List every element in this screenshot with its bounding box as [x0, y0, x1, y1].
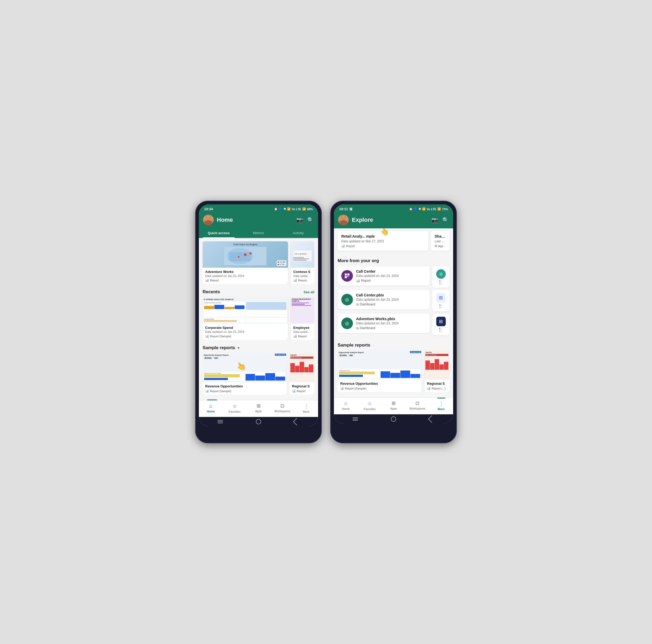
nav-more-2[interactable]: ⋮ More — [429, 399, 453, 412]
corporate-spend-card[interactable]: IT SPEND ANALYSIS SAMPLE Actual and Plan… — [202, 297, 288, 340]
status-bar-1: 10:34 ⏰ 🔵 ✖ 📶 Vo LTE 📶 68% — [199, 204, 318, 213]
adventure-works-info: Adventure Works Data updated on Jan 23, … — [202, 268, 288, 284]
report-icon-2: 📊 — [293, 279, 297, 282]
avatar-2 — [338, 215, 349, 225]
see-all-button[interactable]: See all — [304, 290, 315, 294]
adventure-works-pbix-row: ◎ Adventure Works.pbix Data updated on J… — [337, 313, 450, 335]
adventure-works-card[interactable]: Total Sales by Region — [202, 241, 288, 284]
adventure-works-type: 📊 Report — [205, 279, 286, 282]
sharing-date: Last publi... — [435, 240, 446, 243]
recents-hardware-btn-2[interactable] — [353, 417, 358, 421]
header-icons-2: 📷 🔍 — [432, 217, 449, 223]
apps-icon-1: ⊞ — [256, 403, 261, 409]
regional-title-2: Regional S — [427, 382, 447, 386]
search-icon-1[interactable]: 🔍 — [307, 217, 314, 223]
report-icon-3: 📊 — [205, 334, 209, 338]
more-icon-2: ⋮ — [439, 400, 444, 407]
sharing-type: ⊞ App — [435, 244, 446, 248]
nav-favorites-1[interactable]: ☆ Favorites — [223, 402, 246, 414]
phone-2: 10:11 🖼 ⏰ 🔵 ✖ 📶 Vo LTE 📶 73% — [330, 201, 457, 443]
call-center-pbix-type: ◎ Dashboard — [356, 303, 426, 306]
nav-favorites-2[interactable]: ☆ Favorites — [358, 399, 381, 412]
nav-workspaces-1[interactable]: ⊡ Workspaces — [270, 402, 294, 414]
tab-metrics[interactable]: Metrics — [239, 228, 278, 237]
corporate-spend-info: Corporate Spend Data updated on Jan 23, … — [202, 324, 288, 340]
retail-analysis-card[interactable]: 👆 Retail Analy... mple Data updated on M… — [337, 231, 428, 251]
regional-card[interactable]: SALES Sales Overview — [289, 353, 315, 395]
contoso-card[interactable]: Ask a question Contoso S Data updat... — [291, 241, 315, 284]
recents-hardware-btn[interactable] — [218, 420, 223, 423]
battery-2: 73% — [442, 207, 448, 211]
sample-reports-section: Sample reports ▼ 👆 Opportunity Analysis … — [199, 342, 318, 397]
home-hardware-btn[interactable] — [256, 419, 261, 424]
svg-rect-10 — [293, 260, 306, 260]
svg-rect-8 — [293, 257, 304, 258]
time-1: 10:34 — [204, 207, 213, 211]
tab-activity[interactable]: Activity — [278, 228, 318, 237]
sharing-app-card[interactable]: Sharing ap... Last publi... ⊞ App — [431, 231, 450, 251]
favorites-icon-1: ☆ — [233, 403, 237, 409]
call-center-title: Call Center — [356, 269, 426, 274]
svg-rect-11 — [345, 274, 347, 276]
app-icon: ⊞ — [435, 244, 437, 248]
bottom-nav-1: ⌂ Home ☆ Favorites ⊞ Apps ⊡ Workspaces ⋮… — [199, 400, 318, 417]
quick-access-section: Total Sales by Region — [199, 238, 318, 286]
right-card-1[interactable]: ◎ C... D... — [432, 266, 450, 288]
svg-rect-2 — [229, 252, 250, 261]
content-1: Total Sales by Region — [199, 238, 318, 400]
revenue-opportunities-card-2[interactable]: Opportunity Analysis Report $1.97bn 444 … — [337, 351, 422, 392]
adventure-works-preview: Total Sales by Region — [202, 241, 288, 268]
svg-rect-6 — [293, 251, 312, 261]
svg-text:Ask a question: Ask a question — [295, 253, 307, 255]
nav-home-2[interactable]: ⌂ Home — [334, 399, 358, 412]
search-icon-2[interactable]: 🔍 — [442, 217, 449, 223]
svg-point-5 — [249, 252, 252, 254]
adventure-works-pbix-icon: ◎ — [341, 317, 353, 329]
sample-reports-header: Sample reports ▼ — [202, 345, 315, 351]
chevron-down-icon: ▼ — [237, 346, 240, 350]
nav-apps-label-1: Apps — [255, 410, 262, 413]
employee-info: Employee Data updat... 📊 Report — [291, 324, 315, 340]
call-center-card[interactable]: Call Center Data updated on Jan 23, 2024… — [337, 266, 430, 286]
time-2: 10:11 — [339, 207, 348, 211]
nav-more-1[interactable]: ⋮ More — [294, 402, 318, 414]
revenue-opportunities-card[interactable]: 👆 Opportunity Analysis Report $1.97bn 44… — [202, 353, 287, 395]
avatar-1 — [203, 215, 214, 225]
more-from-org-title: More from your org — [337, 258, 379, 263]
page-title-2: Explore — [352, 217, 428, 223]
status-icons-2: ⏰ 🔵 ✖ 📶 Vo LTE 📶 73% — [409, 207, 448, 211]
nav-apps-label-2: Apps — [390, 407, 397, 410]
employee-preview: HUMAN RESOURCES SAMPLE — [291, 297, 315, 324]
revenue-title: Revenue Opportunities — [205, 384, 284, 388]
right-card-3[interactable]: ⊞ E... D... — [432, 313, 450, 335]
recents-header: Recents See all — [202, 289, 315, 295]
nav-home-1[interactable]: ⌂ Home — [199, 402, 223, 414]
report-icon-5: 📊 — [205, 389, 209, 393]
nav-apps-1[interactable]: ⊞ Apps — [247, 402, 270, 414]
tab-quick-access[interactable]: Quick access — [199, 228, 239, 237]
employee-card[interactable]: HUMAN RESOURCES SAMPLE Employee Data upd — [291, 297, 315, 340]
adventure-works-pbix-card[interactable]: ◎ Adventure Works.pbix Data updated on J… — [337, 313, 430, 333]
right-card-2[interactable]: ⊞ A... D... — [432, 290, 450, 311]
apps-icon-2: ⊞ — [392, 400, 396, 406]
home-hardware-btn-2[interactable] — [391, 416, 396, 422]
camera-icon-1[interactable]: 📷 — [296, 217, 303, 223]
call-center-pbix-card[interactable]: ◎ Call Center.pbix Data updated on Jan 2… — [337, 290, 430, 309]
sample-reports-header-2: Sample reports — [337, 342, 450, 348]
camera-icon-2[interactable]: 📷 — [432, 217, 438, 223]
svg-rect-9 — [293, 258, 309, 259]
nav-home-label-1: Home — [207, 410, 215, 413]
recents-cards: IT SPEND ANALYSIS SAMPLE Actual and Plan… — [202, 297, 315, 340]
call-center-icon — [341, 270, 353, 282]
nav-workspaces-2[interactable]: ⊡ Workspaces — [405, 399, 429, 412]
header-icons-1: 📷 🔍 — [296, 217, 314, 223]
home-icon-2: ⌂ — [344, 400, 347, 407]
back-hardware-btn[interactable] — [293, 418, 300, 425]
back-hardware-btn-2[interactable] — [428, 415, 435, 423]
regional-card-2[interactable]: SALES Sales Overview — [425, 351, 450, 392]
contoso-date: Data updat... — [293, 274, 312, 277]
nav-workspaces-label-1: Workspaces — [274, 410, 290, 413]
nav-apps-2[interactable]: ⊞ Apps — [382, 399, 405, 412]
contoso-title: Contoso S — [293, 270, 312, 274]
corporate-spend-date: Data updated on Jan 23, 2024 — [205, 330, 286, 333]
